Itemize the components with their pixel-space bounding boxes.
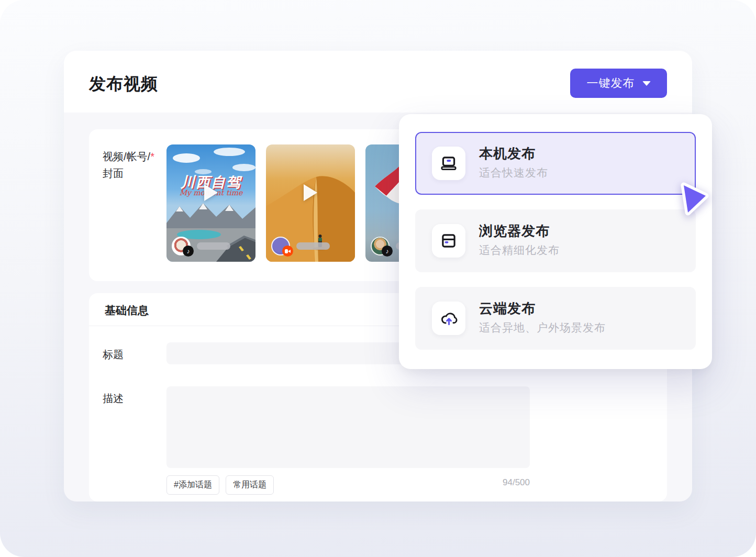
icon-tile (432, 224, 465, 258)
app-window: 发布视频 一键发布 视频/帐号/* 封面 (0, 0, 756, 557)
title-label: 标题 (103, 348, 124, 362)
description-textarea[interactable] (166, 386, 530, 468)
menu-item-title: 浏览器发布 (479, 222, 550, 240)
menu-item-subtitle: 适合快速发布 (479, 165, 548, 180)
description-label: 描述 (103, 392, 124, 406)
required-asterisk: * (150, 151, 154, 162)
account-avatar (271, 237, 290, 255)
publish-mode-menu: 本机发布 适合快速发布 浏览器发布 适合精细化发布 (399, 114, 712, 369)
character-count: 94/500 (166, 477, 530, 488)
tiktok-icon: ♪ (382, 246, 393, 257)
one-click-publish-button[interactable]: 一键发布 (570, 69, 667, 98)
play-icon[interactable] (304, 184, 317, 201)
menu-item-subtitle: 适合异地、户外场景发布 (479, 320, 606, 335)
account-avatar: ♪ (371, 237, 390, 255)
tiktok-icon: ♪ (183, 246, 194, 257)
chevron-down-icon (642, 81, 651, 86)
menu-item-cloud-publish[interactable]: 云端发布 适合异地、户外场景发布 (415, 287, 696, 350)
section-title: 基础信息 (105, 303, 149, 318)
kuaishou-icon (282, 246, 293, 257)
video-account-cover-label: 视频/帐号/* 封面 (103, 148, 165, 182)
icon-tile (432, 302, 465, 335)
menu-item-browser-publish[interactable]: 浏览器发布 适合精细化发布 (415, 209, 696, 272)
browser-icon (439, 231, 458, 250)
menu-item-title: 云端发布 (479, 299, 536, 318)
laptop-icon (439, 154, 458, 173)
publish-button-label: 一键发布 (587, 75, 635, 91)
video-thumbnail-desert[interactable] (266, 144, 355, 262)
thumbnail-footer: ♪ (172, 237, 230, 255)
account-name-placeholder (197, 242, 230, 250)
account-name-placeholder (296, 242, 330, 250)
cloud-upload-icon (439, 309, 458, 328)
menu-item-local-publish[interactable]: 本机发布 适合快速发布 (415, 132, 696, 195)
thumbnail-footer (271, 237, 330, 255)
video-thumbnail-mountain[interactable]: 川西自驾 My moment time ♪ (166, 144, 255, 262)
play-icon[interactable] (204, 184, 218, 201)
label-text: 视频/帐号/ (103, 151, 150, 162)
menu-item-subtitle: 适合精细化发布 (479, 243, 560, 258)
icon-tile (432, 147, 465, 180)
label-text-line2: 封面 (103, 168, 124, 179)
menu-item-title: 本机发布 (479, 144, 536, 163)
account-avatar: ♪ (172, 237, 191, 255)
card-header: 发布视频 一键发布 (64, 51, 692, 113)
page-title: 发布视频 (89, 73, 158, 96)
